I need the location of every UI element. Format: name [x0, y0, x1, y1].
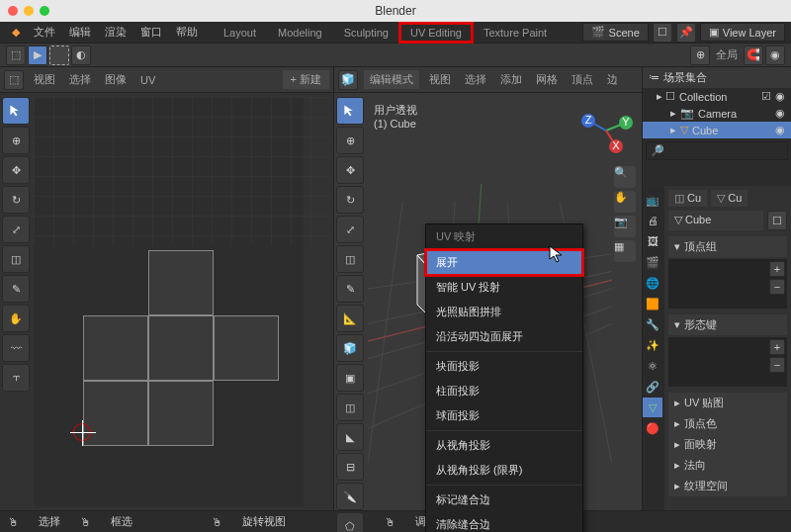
prop-breadcrumb-cu[interactable]: ◫ Cu: [668, 190, 707, 207]
prop-tab-world[interactable]: 🌐: [643, 273, 662, 293]
outliner-type-icon[interactable]: ≔: [649, 71, 659, 84]
ctx-item-project-view[interactable]: 从视角投影: [426, 433, 582, 458]
prop-section-vertexcolors[interactable]: ▸ 顶点色: [668, 413, 787, 434]
editor-type-icon[interactable]: ⬚: [6, 45, 26, 65]
add-icon[interactable]: +: [769, 339, 785, 355]
menu-edit[interactable]: 编辑: [63, 22, 97, 43]
prop-tab-material[interactable]: 🔴: [643, 418, 662, 438]
ctx-item-mark-seam[interactable]: 标记缝合边: [426, 488, 582, 512]
vp-tool-bevel[interactable]: ◣: [336, 423, 364, 451]
vp-menu-add[interactable]: 添加: [496, 70, 526, 89]
menu-help[interactable]: 帮助: [170, 22, 204, 43]
outliner-item-camera[interactable]: ▸ 📷 Camera ◉: [643, 105, 791, 122]
tab-uv-editing[interactable]: UV Editing: [400, 24, 472, 42]
uv-tool-cursor[interactable]: ⊕: [2, 127, 30, 154]
ctx-item-cube-proj[interactable]: 块面投影: [426, 354, 582, 379]
prop-breadcrumb-cu2[interactable]: ▽ Cu: [711, 190, 747, 207]
ctx-item-lightmap[interactable]: 光照贴图拼排: [426, 300, 582, 324]
orientation-icon[interactable]: ⊕: [690, 45, 710, 65]
vp-menu-view[interactable]: 视图: [425, 70, 455, 89]
vp-tool-transform[interactable]: ◫: [336, 245, 364, 273]
vp-tool-measure[interactable]: 📐: [336, 305, 364, 332]
minimize-window-button[interactable]: [24, 6, 34, 16]
vp-menu-mesh[interactable]: 网格: [532, 70, 562, 89]
nav-persp-icon[interactable]: ▦: [614, 240, 636, 262]
vp-tool-extrude[interactable]: ▣: [336, 364, 364, 392]
vp-tool-poly[interactable]: ⬠: [336, 512, 364, 532]
vp-menu-vertex[interactable]: 顶点: [568, 70, 597, 89]
uv-tool-scale[interactable]: ⤢: [2, 216, 30, 243]
prop-tab-physics[interactable]: ⚛: [643, 356, 662, 376]
vp-editor-type-icon[interactable]: 🧊: [338, 70, 358, 90]
maximize-window-button[interactable]: [40, 6, 49, 16]
uv-tool-relax[interactable]: 〰: [2, 334, 30, 362]
eye-icon[interactable]: ◉: [775, 124, 785, 136]
vp-tool-knife[interactable]: 🔪: [336, 483, 364, 510]
tab-texture-paint[interactable]: Texture Paint: [474, 24, 557, 42]
uv-menu-select[interactable]: 选择: [65, 70, 95, 89]
prop-tab-output[interactable]: 🖨: [643, 211, 662, 230]
vp-tool-scale[interactable]: ⤢: [336, 216, 364, 243]
scene-new-button[interactable]: ☐: [653, 23, 672, 43]
outliner-item-collection[interactable]: ▸ ☐ Collection ☑ ◉: [643, 88, 791, 105]
add-icon[interactable]: +: [769, 261, 785, 277]
close-window-button[interactable]: [8, 6, 18, 16]
nav-gizmo[interactable]: Y X Z: [578, 103, 634, 158]
prop-shapekeys-list[interactable]: + −: [668, 337, 787, 387]
vp-mode-selector[interactable]: 编辑模式: [364, 70, 419, 89]
prop-section-facemaps[interactable]: ▸ 面映射: [668, 434, 787, 455]
menu-file[interactable]: 文件: [28, 22, 61, 43]
ctx-item-smart-uv[interactable]: 智能 UV 投射: [426, 275, 582, 300]
prop-users-icon[interactable]: ☐: [767, 211, 787, 230]
prop-tab-constraint[interactable]: 🔗: [643, 377, 662, 397]
prop-section-normals[interactable]: ▸ 法向: [668, 455, 787, 476]
uv-tool-grab[interactable]: ✋: [2, 305, 30, 332]
vp-menu-edge[interactable]: 边: [603, 70, 622, 89]
nav-zoom-icon[interactable]: 🔍: [614, 166, 636, 188]
uv-tool-select[interactable]: [2, 97, 30, 125]
vp-tool-move[interactable]: ✥: [336, 156, 364, 184]
uv-tool-pinch[interactable]: ⥾: [2, 364, 30, 392]
viewlayer-selector[interactable]: ▣ View Layer: [700, 23, 785, 42]
prop-tab-render[interactable]: 📺: [643, 190, 662, 210]
ctx-item-project-view-bounds[interactable]: 从视角投影 (限界): [426, 458, 582, 483]
prop-datablock-name[interactable]: ▽ Cube: [668, 211, 763, 230]
prop-vertexgroups-list[interactable]: + −: [668, 259, 787, 309]
vp-tool-loopcut[interactable]: ⊟: [336, 453, 364, 481]
ctx-item-clear-seam[interactable]: 清除缝合边: [426, 512, 582, 532]
vp-tool-add-cube[interactable]: 🧊: [336, 334, 364, 362]
ctx-item-cylinder-proj[interactable]: 柱面投影: [426, 379, 582, 403]
uv-canvas[interactable]: [34, 97, 304, 506]
uv-tool-annotate[interactable]: ✎: [2, 275, 30, 303]
nav-move-icon[interactable]: ✋: [614, 191, 636, 213]
uv-menu-view[interactable]: 视图: [30, 70, 59, 89]
vp-tool-select[interactable]: [336, 97, 364, 125]
uv-new-button[interactable]: + 新建: [283, 70, 329, 89]
tab-layout[interactable]: Layout: [214, 24, 266, 42]
vp-menu-select[interactable]: 选择: [461, 70, 490, 89]
prop-tab-particle[interactable]: ✨: [643, 335, 662, 355]
uv-menu-uv[interactable]: UV: [136, 72, 159, 88]
prop-section-shapekeys[interactable]: ▾ 形态键: [668, 314, 787, 335]
tab-modeling[interactable]: Modeling: [268, 24, 332, 42]
blender-logo-icon[interactable]: ◆: [6, 23, 26, 42]
uv-tool-transform[interactable]: ◫: [2, 245, 30, 273]
uv-tool-move[interactable]: ✥: [2, 156, 30, 184]
scene-selector[interactable]: 🎬 Scene: [582, 23, 649, 42]
eye-icon[interactable]: ◉: [775, 90, 785, 103]
uv-editor-type-icon[interactable]: ⬚: [4, 70, 24, 90]
vp-tool-inset[interactable]: ◫: [336, 394, 364, 421]
remove-icon[interactable]: −: [769, 357, 785, 373]
uv-menu-image[interactable]: 图像: [101, 70, 131, 89]
scene-pin-button[interactable]: 📌: [676, 23, 696, 43]
prop-tab-modifier[interactable]: 🔧: [643, 314, 662, 334]
uv-tool-rotate[interactable]: ↻: [2, 186, 30, 214]
tab-sculpting[interactable]: Sculpting: [334, 24, 398, 42]
prop-tab-scene[interactable]: 🎬: [643, 252, 662, 272]
box-select-icon[interactable]: [49, 45, 69, 65]
orientation-label[interactable]: 全局: [712, 45, 742, 64]
eye-icon[interactable]: ◉: [775, 107, 785, 120]
checkbox-icon[interactable]: ☑: [761, 90, 771, 103]
menu-window[interactable]: 窗口: [134, 22, 168, 43]
vp-tool-cursor[interactable]: ⊕: [336, 127, 364, 154]
